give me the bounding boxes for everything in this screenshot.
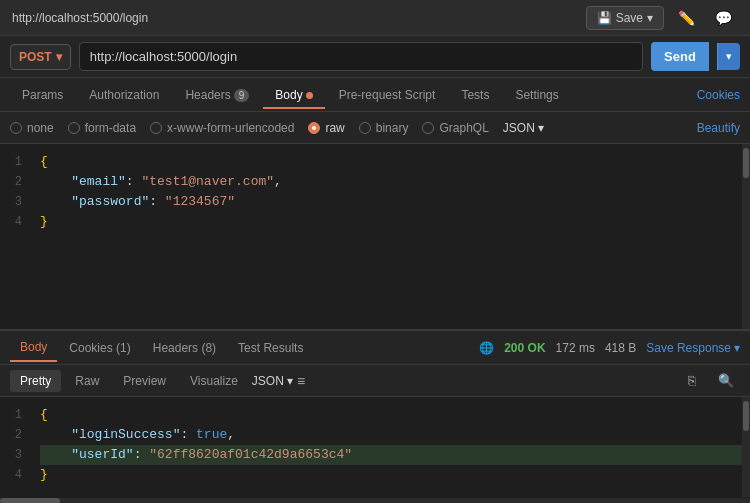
resp-tab-cookies[interactable]: Cookies (1) [59,335,140,361]
resp-json-chevron-icon: ▾ [287,374,293,388]
horizontal-scrollbar[interactable] [0,498,750,503]
edit-icon-button[interactable]: ✏️ [672,6,701,30]
method-select[interactable]: POST ▾ [10,44,71,70]
response-code-content[interactable]: { "loginSuccess": true, "userId": "62ff8… [40,397,742,497]
cookies-link[interactable]: Cookies [697,88,740,102]
response-scrollbar-thumb [743,401,749,431]
radio-urlencoded[interactable]: x-www-form-urlencoded [150,121,294,135]
resp-line-1: { [40,405,742,425]
title-bar-url: http://localhost:5000/login [12,11,148,25]
request-scrollbar-thumb [743,148,749,178]
radio-raw-circle [308,122,320,134]
radio-none-circle [10,122,22,134]
save-label: Save [616,11,643,25]
json-format-select[interactable]: JSON ▾ [503,121,544,135]
url-bar: POST ▾ Send ▾ [0,36,750,78]
radio-form-data[interactable]: form-data [68,121,136,135]
comment-icon-button[interactable]: 💬 [709,6,738,30]
radio-binary-circle [359,122,371,134]
request-code-content[interactable]: { "email": "test1@naver.com", "password"… [40,144,742,329]
format-tab-pretty[interactable]: Pretty [10,370,61,392]
response-scrollbar[interactable] [742,397,750,497]
radio-none[interactable]: none [10,121,54,135]
send-button[interactable]: Send [651,42,709,71]
response-header: Body Cookies (1) Headers (8) Test Result… [0,329,750,365]
tab-authorization[interactable]: Authorization [77,82,171,108]
resp-line-2: "loginSuccess": true, [40,425,742,445]
response-format-actions: ⎘ 🔍 [682,369,740,392]
request-tabs-row: Params Authorization Headers9 Body Pre-r… [0,78,750,112]
resp-tab-test-results[interactable]: Test Results [228,335,313,361]
title-bar-actions: 💾 Save ▾ ✏️ 💬 [586,6,738,30]
body-dot [306,92,313,99]
response-time: 172 ms [556,341,595,355]
radio-graphql[interactable]: GraphQL [422,121,488,135]
globe-icon: 🌐 [479,341,494,355]
req-line-3: "password": "1234567" [40,192,742,212]
horizontal-scrollbar-thumb [0,498,60,503]
response-status: 🌐 200 OK 172 ms 418 B Save Response ▾ [479,341,740,355]
req-line-1: { [40,152,742,172]
format-tab-preview[interactable]: Preview [113,370,176,392]
tab-settings[interactable]: Settings [503,82,570,108]
req-line-2: "email": "test1@naver.com", [40,172,742,192]
search-response-button[interactable]: 🔍 [712,369,740,392]
method-chevron-icon: ▾ [56,50,62,64]
tab-body[interactable]: Body [263,82,324,108]
save-icon: 💾 [597,11,612,25]
response-code-area: 1 2 3 4 { "loginSuccess": true, "userId"… [0,397,750,497]
tab-headers[interactable]: Headers9 [173,82,261,108]
radio-urlencoded-circle [150,122,162,134]
response-json-select[interactable]: JSON ▾ [252,374,293,388]
tab-prerequest[interactable]: Pre-request Script [327,82,448,108]
response-size: 418 B [605,341,636,355]
request-tabs: Params Authorization Headers9 Body Pre-r… [10,82,571,108]
status-ok: 200 OK [504,341,545,355]
method-label: POST [19,50,52,64]
response-line-numbers: 1 2 3 4 [0,397,40,497]
request-line-numbers: 1 2 3 4 [0,144,40,329]
filter-icon[interactable]: ≡ [297,373,305,389]
title-url-text: http://localhost:5000/login [12,11,148,25]
resp-tab-headers[interactable]: Headers (8) [143,335,226,361]
response-format-row: Pretty Raw Preview Visualize JSON ▾ ≡ ⎘ … [0,365,750,397]
save-button[interactable]: 💾 Save ▾ [586,6,664,30]
tab-tests[interactable]: Tests [449,82,501,108]
radio-binary[interactable]: binary [359,121,409,135]
format-tab-visualize[interactable]: Visualize [180,370,248,392]
beautify-button[interactable]: Beautify [697,121,740,135]
tab-params[interactable]: Params [10,82,75,108]
radio-form-data-circle [68,122,80,134]
headers-badge: 9 [234,89,250,102]
resp-tab-body[interactable]: Body [10,334,57,362]
request-scrollbar[interactable] [742,144,750,329]
copy-response-button[interactable]: ⎘ [682,369,702,392]
radio-raw[interactable]: raw [308,121,344,135]
response-format-tabs: Pretty Raw Preview Visualize JSON ▾ ≡ [10,370,305,392]
resp-line-4: } [40,465,742,485]
url-input[interactable] [79,42,643,71]
save-response-button[interactable]: Save Response ▾ [646,341,740,355]
json-chevron-icon: ▾ [538,121,544,135]
resp-line-3: "userId": "62ff8620af01c42d9a6653c4" [40,445,742,465]
response-tabs: Body Cookies (1) Headers (8) Test Result… [10,334,313,362]
save-chevron-icon: ▾ [647,11,653,25]
body-types: none form-data x-www-form-urlencoded raw… [10,121,544,135]
radio-graphql-circle [422,122,434,134]
request-code-area: 1 2 3 4 { "email": "test1@naver.com", "p… [0,144,750,329]
format-tab-raw[interactable]: Raw [65,370,109,392]
body-type-row: none form-data x-www-form-urlencoded raw… [0,112,750,144]
send-chevron-button[interactable]: ▾ [717,43,740,70]
save-response-chevron-icon: ▾ [734,341,740,355]
title-bar: http://localhost:5000/login 💾 Save ▾ ✏️ … [0,0,750,36]
req-line-4: } [40,212,742,232]
